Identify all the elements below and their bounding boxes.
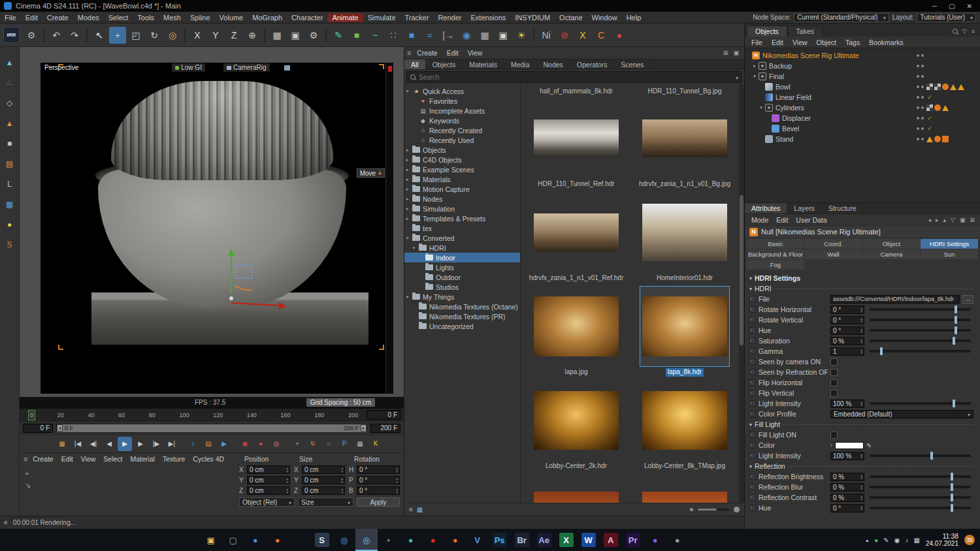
file-explorer-icon[interactable]: ▣ <box>200 529 222 551</box>
track-toggle-icon[interactable] <box>749 473 756 480</box>
track-toggle-icon[interactable] <box>749 432 756 438</box>
folder-tree-item[interactable]: ▾ HDRI <box>404 243 520 253</box>
object-menu-item[interactable]: File <box>747 39 766 46</box>
orange-dot-tag-icon[interactable] <box>934 104 941 111</box>
value-slider[interactable] <box>870 339 971 342</box>
preferences-gear-icon[interactable]: ⚙ <box>23 27 40 44</box>
tri-tag-icon[interactable] <box>950 84 956 90</box>
browser-menu-icon[interactable] <box>407 49 411 57</box>
menubar-item[interactable]: Character <box>287 13 327 22</box>
expand-arrow-icon[interactable]: ▾ <box>751 74 758 79</box>
light-object-icon[interactable]: ☀ <box>513 27 530 44</box>
c4d-app-icon[interactable]: ◎ <box>333 529 355 551</box>
make-preview-icon[interactable]: ▦ <box>55 437 69 451</box>
folder-tree-item[interactable]: ▾ My Things <box>404 292 520 302</box>
value-slider[interactable] <box>870 454 971 457</box>
edges-mode-icon[interactable]: ◇ <box>2 95 18 111</box>
menubar-item[interactable]: Select <box>104 13 133 22</box>
layout-grid-icon[interactable]: ⊞ <box>970 217 975 223</box>
browser-menu-item[interactable]: View <box>463 48 487 57</box>
checker-tag-icon[interactable] <box>934 84 941 90</box>
undo-icon[interactable]: ↶ <box>48 27 65 44</box>
coordinate-field[interactable]: 0 cm <box>302 486 345 495</box>
attribute-tab-button[interactable]: Wall <box>805 249 862 259</box>
menubar-item[interactable]: Render <box>433 13 466 22</box>
color-expand-icon[interactable] <box>830 442 832 449</box>
track-toggle-icon[interactable] <box>749 484 756 490</box>
sky-object-icon[interactable]: ◉ <box>458 27 475 44</box>
folder-tree-item[interactable]: Incomplete Assets <box>404 106 520 116</box>
attribute-tab-button[interactable]: Background & Floor <box>747 249 804 259</box>
object-row[interactable]: ▸ Backup <box>745 61 980 71</box>
range-handle-right[interactable] <box>361 424 367 432</box>
material-menu-item[interactable]: View <box>77 455 100 463</box>
coordinate-system-icon[interactable]: ⊕ <box>244 27 261 44</box>
playback-mode-icon[interactable]: ▶ <box>217 437 231 451</box>
chrome-icon[interactable] <box>289 529 311 551</box>
browse-file-button[interactable]: ... <box>962 295 973 304</box>
search-icon[interactable] <box>953 29 958 34</box>
folder-tree-item[interactable]: ▸ C4D Objects <box>404 155 520 165</box>
section-caret-icon[interactable] <box>749 276 752 281</box>
bridge-icon[interactable]: Br <box>511 529 533 551</box>
visibility-dots[interactable] <box>917 138 926 140</box>
checkbox[interactable] <box>830 432 838 439</box>
keyframe-selection-button[interactable]: ◎ <box>269 437 284 451</box>
track-toggle-icon[interactable] <box>749 411 756 417</box>
pan-icon[interactable] <box>25 469 29 477</box>
menubar-item[interactable]: INSYDIUM <box>510 13 555 22</box>
stepper-icon[interactable] <box>860 401 863 407</box>
asset-thumbnail[interactable] <box>522 472 630 503</box>
value-slider[interactable] <box>870 475 971 478</box>
coordinate-field[interactable]: 0 cm <box>247 486 290 495</box>
folder-tree-item[interactable]: ▸ Simulation <box>404 204 520 213</box>
stepper-icon[interactable] <box>860 307 863 313</box>
blue-app-icon[interactable]: ● <box>244 529 267 551</box>
asset-thumbnail[interactable]: hdrvfx_zania_1_n1_v01_Bg.jpg <box>630 96 739 190</box>
camera-label[interactable]: Perspective <box>42 64 80 71</box>
menubar-item[interactable]: MoGraph <box>248 13 287 22</box>
octane-icon[interactable]: ● <box>422 529 444 551</box>
asset-thumbnail[interactable]: lapa_8k.hdr <box>630 284 739 378</box>
green-check-tag-icon[interactable] <box>926 125 933 132</box>
track-toggle-icon[interactable] <box>749 379 756 386</box>
last-tools-icon[interactable]: ◎ <box>164 27 181 44</box>
expand-arrow-icon[interactable]: ▸ <box>404 148 410 153</box>
material-menu-item[interactable]: Cycles 4D <box>189 455 228 463</box>
stepper-icon[interactable] <box>341 477 344 483</box>
track-toggle-icon[interactable] <box>749 400 756 407</box>
object-row[interactable]: Bevel <box>745 123 980 134</box>
track-toggle-icon[interactable] <box>749 296 756 302</box>
expand-arrow-icon[interactable]: ▸ <box>404 216 410 221</box>
resize-icon[interactable] <box>25 481 31 490</box>
spline-pen-icon[interactable]: ✎ <box>330 27 347 44</box>
asset-thumbnail[interactable]: HDR_110_Tunnel_Bg.jpg <box>630 86 739 96</box>
object-row[interactable]: ▾ Final <box>745 71 980 82</box>
browser-scrollbar[interactable] <box>739 84 744 503</box>
premiere-icon[interactable]: Pr <box>622 529 644 551</box>
coordinate-field[interactable]: 0 ° <box>357 476 400 484</box>
coordinate-field[interactable]: 0 cm <box>302 465 345 474</box>
folder-tree-item[interactable]: ▸ Example Scenes <box>404 165 520 174</box>
folder-tree-item[interactable]: ▾ Quick Access <box>404 86 520 96</box>
folder-tree-item[interactable]: Uncategorized <box>404 321 520 331</box>
folder-tree-item[interactable]: Recently Used <box>404 135 520 145</box>
folder-tree-item[interactable]: Recently Created <box>404 125 520 135</box>
spline-primitive-icon[interactable]: ~ <box>367 27 384 44</box>
next-frame-button[interactable]: ▶ <box>133 437 148 451</box>
volume-icon[interactable]: ■ <box>403 27 420 44</box>
stepper-icon[interactable] <box>341 488 344 494</box>
attribute-menu-item[interactable]: Edit <box>772 216 792 224</box>
lock-x-axis-button[interactable]: X <box>189 27 206 44</box>
points-mode-icon[interactable]: ∴ <box>2 75 18 91</box>
stepper-icon[interactable] <box>860 495 863 501</box>
start-button[interactable] <box>178 529 200 551</box>
stepper-icon[interactable] <box>396 477 399 483</box>
move-tool-icon[interactable]: + <box>109 27 126 44</box>
folder-tree-item[interactable]: Favorites <box>404 96 520 106</box>
checkbox[interactable] <box>830 358 838 366</box>
checkbox[interactable] <box>830 369 838 376</box>
filter-icon[interactable]: ▽ <box>951 217 955 223</box>
section-caret-icon[interactable] <box>749 464 752 469</box>
keyboard-icon[interactable]: ▦ <box>913 537 919 544</box>
